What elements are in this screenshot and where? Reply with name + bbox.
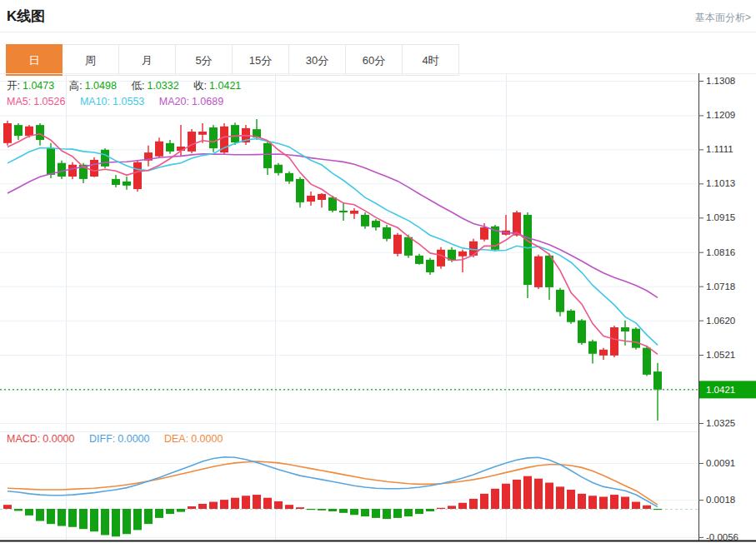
macd-bar <box>318 509 326 511</box>
candle[interactable] <box>632 327 640 350</box>
candle[interactable] <box>90 157 98 177</box>
macd-bar <box>578 494 586 509</box>
macd-bar <box>209 502 218 509</box>
macd-bar <box>480 494 488 509</box>
low-label: 低: <box>131 80 144 92</box>
candle[interactable] <box>155 137 163 158</box>
candle[interactable] <box>285 172 293 184</box>
candle[interactable] <box>458 250 467 272</box>
macd-bar <box>491 489 499 509</box>
price-axis-labels: 1.13081.12091.11111.10131.09151.08161.07… <box>698 76 738 542</box>
candle[interactable] <box>610 326 618 357</box>
macd-bar <box>545 483 553 509</box>
macd-bar <box>101 509 109 535</box>
candle-body <box>588 341 597 354</box>
candle[interactable] <box>3 121 12 146</box>
tab-周[interactable]: 周 <box>63 44 119 76</box>
candle[interactable] <box>437 247 445 269</box>
macd-bar <box>458 503 467 509</box>
macd-bar <box>534 479 543 509</box>
open-label: 开: <box>7 80 20 92</box>
candle[interactable] <box>220 123 228 155</box>
fundamental-analysis-link[interactable]: 基本面分析> <box>695 11 751 25</box>
price-tick-label: 1.0718 <box>706 281 735 291</box>
high-value: 1.0498 <box>85 80 117 92</box>
candle[interactable] <box>188 129 196 153</box>
price-tick-label: 1.1209 <box>706 110 735 120</box>
candle[interactable] <box>567 309 575 324</box>
macd-bar <box>285 505 293 509</box>
tab-15分[interactable]: 15分 <box>233 44 289 76</box>
candle[interactable] <box>166 140 174 154</box>
candle[interactable] <box>556 288 564 316</box>
candle[interactable] <box>578 319 586 345</box>
macd-bar <box>14 509 23 511</box>
candle[interactable] <box>372 219 380 231</box>
candle-body <box>523 215 532 285</box>
candle[interactable] <box>318 193 326 207</box>
price-tick-label: 1.1308 <box>706 76 735 86</box>
candle-body <box>188 132 196 152</box>
price-tick-label: 1.0620 <box>706 316 735 326</box>
candle[interactable] <box>296 177 304 207</box>
candle[interactable] <box>415 254 423 265</box>
candle[interactable] <box>112 175 120 187</box>
tab-30分[interactable]: 30分 <box>289 44 346 76</box>
candle[interactable] <box>209 125 218 152</box>
candle[interactable] <box>534 255 543 289</box>
chart-canvas: 1.13081.12091.11111.10131.09151.08161.07… <box>0 73 756 543</box>
candle-body <box>318 194 326 200</box>
macd-bar <box>523 476 532 509</box>
candle[interactable] <box>545 254 553 300</box>
tab-月[interactable]: 月 <box>119 44 176 76</box>
candle[interactable] <box>383 225 391 242</box>
candle[interactable] <box>426 258 434 275</box>
macd-bar <box>198 504 207 509</box>
macd-tick-label: 0.0091 <box>706 458 735 468</box>
tab-日[interactable]: 日 <box>6 44 63 76</box>
candle[interactable] <box>68 162 77 179</box>
macd-bar <box>79 509 88 529</box>
macd-bar <box>328 509 337 511</box>
candle-body <box>307 196 315 202</box>
candle-body <box>339 211 348 212</box>
candle-body <box>458 252 467 257</box>
macd-bar <box>58 509 66 526</box>
header-divider <box>0 32 756 32</box>
candle-body <box>361 215 369 227</box>
candle[interactable] <box>350 208 358 219</box>
candle[interactable] <box>144 146 153 167</box>
candle[interactable] <box>599 348 608 360</box>
tab-5分[interactable]: 5分 <box>176 44 233 76</box>
ma20-label: MA20: <box>159 96 189 107</box>
ohlc-legend: 开:1.0473 高:1.0498 低:1.0332 收:1.0421 <box>7 79 243 93</box>
macd-bar <box>144 509 153 524</box>
candle[interactable] <box>653 363 662 421</box>
candle[interactable] <box>361 212 369 229</box>
macd-bar <box>188 506 196 509</box>
candle[interactable] <box>123 177 131 190</box>
candle[interactable] <box>133 161 142 192</box>
candle[interactable] <box>231 122 239 145</box>
candle[interactable] <box>393 233 402 257</box>
macd-tick-label: -0.0056 <box>706 532 738 542</box>
candle-body <box>643 348 651 375</box>
candle[interactable] <box>643 346 651 376</box>
candle-body <box>404 237 413 256</box>
macd-bar <box>361 509 369 516</box>
candle[interactable] <box>588 340 597 364</box>
candle-body <box>632 329 640 348</box>
candle[interactable] <box>263 141 272 175</box>
candle[interactable] <box>58 161 66 179</box>
macd-bar <box>599 496 608 509</box>
candle[interactable] <box>307 192 315 206</box>
candle-body <box>437 250 445 267</box>
tab-60分[interactable]: 60分 <box>346 44 403 76</box>
candle[interactable] <box>523 212 532 298</box>
candle[interactable] <box>14 123 23 140</box>
candle[interactable] <box>101 148 109 168</box>
macd-bar <box>383 509 391 519</box>
candle-body <box>350 211 358 214</box>
macd-bar <box>339 509 348 513</box>
tab-4时[interactable]: 4时 <box>403 44 459 76</box>
